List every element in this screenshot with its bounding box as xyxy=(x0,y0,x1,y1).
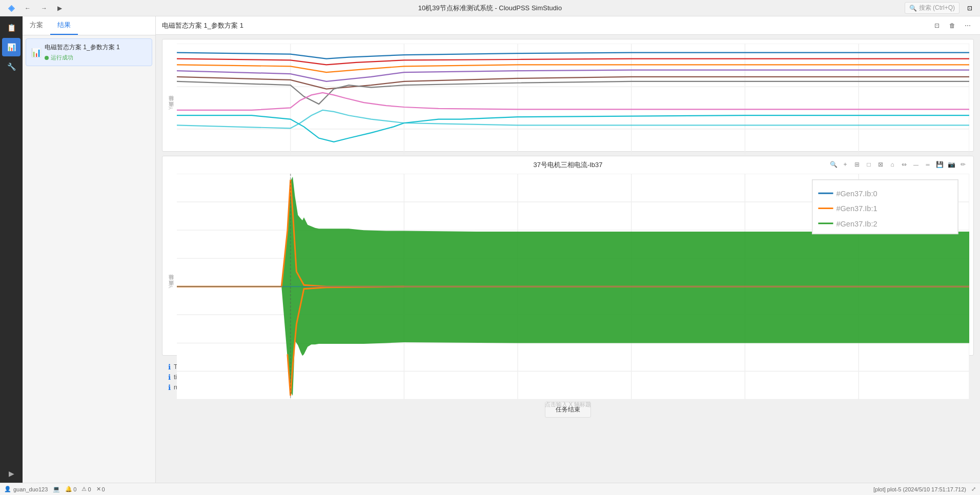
tool-plus[interactable]: + xyxy=(840,159,850,170)
chart2-y-label[interactable]: 点击输入 Y 轴标题 xyxy=(167,174,177,400)
tool-line-thick[interactable]: ═ xyxy=(923,159,933,170)
topbar-btn-more[interactable]: ⋯ xyxy=(962,19,974,32)
chart2-container: 37号电机三相电流-Ib37 🔍 + ⊞ □ ⊠ ⌂ ⇔ — ═ xyxy=(162,156,974,356)
sidebar-item-title: 电磁暂态方案 1_参数方案 1 xyxy=(45,43,120,52)
topbar-btn-delete[interactable]: 🗑 xyxy=(946,19,958,32)
chart1-y-label[interactable]: 点击输入 Y 轴标题 xyxy=(167,44,177,172)
app-logo: ◈ xyxy=(4,2,18,14)
tool-home[interactable]: ⌂ xyxy=(887,159,897,170)
error-icon: ✕ xyxy=(96,486,101,492)
tool-edit[interactable]: ✏ xyxy=(958,159,968,170)
warn-icon: ⚠ xyxy=(81,486,87,492)
run-btn[interactable]: ▶ xyxy=(53,4,66,13)
status-user: 👤 guan_duo123 xyxy=(4,486,48,492)
window-resize-btn[interactable]: ⊡ xyxy=(964,2,976,14)
tab-fangan[interactable]: 方案 xyxy=(23,16,50,35)
icon-bar: 📋 📊 🔧 ▶ xyxy=(0,16,23,483)
device-icon: 💻 xyxy=(53,486,60,492)
svg-rect-58 xyxy=(812,180,958,234)
status-dot xyxy=(45,56,49,60)
tool-grid[interactable]: ⊞ xyxy=(852,159,862,170)
main-content: 电磁暂态方案 1_参数方案 1 ⊡ 🗑 ⋯ 点击输入 Y 轴标题 xyxy=(156,16,980,483)
svg-text:#Gen37.Ib:0: #Gen37.Ib:0 xyxy=(836,190,877,198)
tool-camera[interactable]: 📷 xyxy=(946,159,956,170)
chart1-container: 点击输入 Y 轴标题 xyxy=(162,39,974,152)
tool-line-thin[interactable]: — xyxy=(911,159,921,170)
tab-jieguo[interactable]: 结果 xyxy=(50,16,78,35)
chart2-toolbar: 🔍 + ⊞ □ ⊠ ⌂ ⇔ — ═ 💾 📷 ✏ xyxy=(828,159,968,170)
notif-count: 0 xyxy=(73,486,76,492)
search-label: 搜索 (Ctrl+Q) xyxy=(919,4,955,12)
topbar-actions: ⊡ 🗑 ⋯ xyxy=(931,19,974,32)
error-count: 0 xyxy=(102,486,105,492)
search-icon: 🔍 xyxy=(909,5,917,12)
chart2-plot: 40 30 20 10 0 -10 -20 -30 -40 xyxy=(177,174,969,400)
chart1-plot: 1 0.5 0 0 2 4 6 8 10 xyxy=(177,44,969,172)
bell-icon: 🔔 xyxy=(65,486,72,492)
chart2-svg: 40 30 20 10 0 -10 -20 -30 -40 xyxy=(177,174,969,400)
tool-zoom-in[interactable]: 🔍 xyxy=(828,159,839,170)
sidebar-icon-results[interactable]: 📊 xyxy=(2,38,21,56)
main-topbar: 电磁暂态方案 1_参数方案 1 ⊡ 🗑 ⋯ xyxy=(156,16,980,35)
charts-area: 点击输入 Y 轴标题 xyxy=(156,35,980,483)
expand-icon[interactable]: ⤢ xyxy=(971,486,976,492)
svg-text:#Gen37.Ib:2: #Gen37.Ib:2 xyxy=(836,220,877,228)
sidebar-result-item[interactable]: 📊 电磁暂态方案 1_参数方案 1 运行成功 xyxy=(26,38,152,66)
status-notif: 🔔 0 xyxy=(65,486,76,492)
main-title: 电磁暂态方案 1_参数方案 1 xyxy=(162,21,243,30)
titlebar-right: 🔍 搜索 (Ctrl+Q) ⊡ xyxy=(905,2,976,14)
status-warn: ⚠ 0 xyxy=(81,486,91,492)
status-bar: 👤 guan_duo123 💻 🔔 0 ⚠ 0 ✕ 0 [plot] plot-… xyxy=(0,483,980,495)
status-left: 👤 guan_duo123 💻 🔔 0 ⚠ 0 ✕ 0 xyxy=(4,486,105,492)
plot-info: [plot] plot-5 (2024/5/10 17:51:17.712) xyxy=(873,486,966,492)
user-icon: 👤 xyxy=(4,486,11,492)
svg-text:#Gen37.Ib:1: #Gen37.Ib:1 xyxy=(836,204,877,213)
warn-count: 0 xyxy=(88,486,91,492)
chart1-svg: 1 0.5 0 0 2 4 6 8 10 xyxy=(177,44,969,172)
redo-btn[interactable]: → xyxy=(37,4,51,13)
window-title: 10机39节点标准测试系统 - CloudPSS SimStudio xyxy=(418,4,562,13)
tool-rect[interactable]: □ xyxy=(864,159,874,170)
status-error: ✕ 0 xyxy=(96,486,105,492)
tool-resize[interactable]: ⇔ xyxy=(899,159,909,170)
search-bar[interactable]: 🔍 搜索 (Ctrl+Q) xyxy=(905,2,959,14)
sidebar-tabs: 方案 结果 xyxy=(23,16,155,35)
tool-cross[interactable]: ⊠ xyxy=(875,159,886,170)
chart2-x-hint[interactable]: 点击输入 X 轴标题 xyxy=(167,400,969,410)
sidebar-icon-file[interactable]: 📋 xyxy=(2,18,21,37)
result-item-icon: 📊 xyxy=(31,48,42,57)
titlebar-left: ◈ ← → ▶ xyxy=(4,2,66,14)
status-right: [plot] plot-5 (2024/5/10 17:51:17.712) ⤢ xyxy=(873,486,976,492)
undo-btn[interactable]: ← xyxy=(21,4,35,13)
topbar-btn-square[interactable]: ⊡ xyxy=(931,19,943,32)
sidebar-icon-tools[interactable]: 🔧 xyxy=(2,57,21,76)
status-device-btn[interactable]: 💻 xyxy=(53,486,60,492)
sidebar-item-status: 运行成功 xyxy=(45,54,120,61)
username: guan_duo123 xyxy=(13,486,48,492)
sidebar: 方案 结果 📊 电磁暂态方案 1_参数方案 1 运行成功 xyxy=(23,16,156,483)
tool-save1[interactable]: 💾 xyxy=(934,159,945,170)
sidebar-icon-play[interactable]: ▶ xyxy=(2,464,21,483)
